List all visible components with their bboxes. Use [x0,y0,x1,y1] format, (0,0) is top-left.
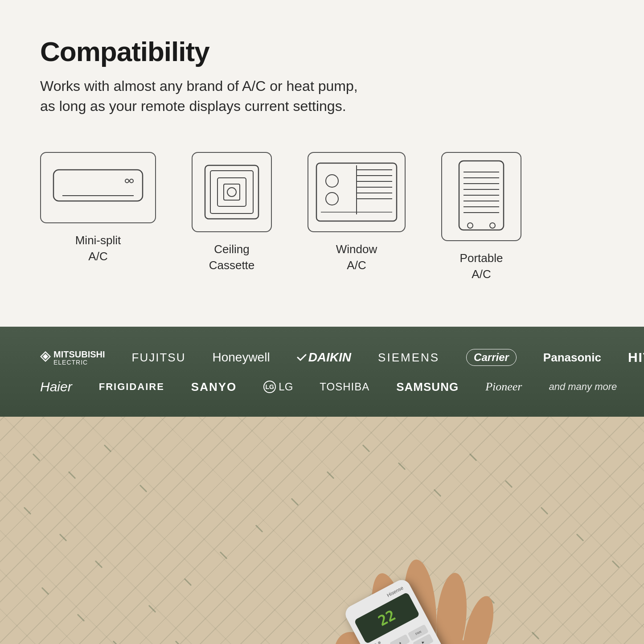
brand-mitsubishi: MITSUBISHI ELECTRIC [40,349,105,366]
svg-rect-0 [53,170,143,201]
page-subtitle: Works with almost any brand of A/C or he… [40,76,441,116]
ceiling-svg [201,161,263,223]
brand-toshiba: TOSHIBA [320,381,369,393]
svg-point-38 [433,572,470,644]
brand-pioneer: Pioneer [485,380,522,394]
daikin-checkmark-icon [297,353,307,362]
brand-and-more: and many more [549,381,617,393]
brand-hitachi: HITACHI [628,350,644,365]
mini-split-icon-box [40,152,156,223]
brand-samsung-name: SAMSUNG [396,380,459,394]
portable-label: PortableA/C [460,250,503,283]
ac-type-ceiling: CeilingCassette [192,152,272,274]
svg-rect-4 [205,165,258,219]
brand-daikin: DAIKIN [297,350,351,365]
brand-siemens-name: SIEMENS [378,351,439,365]
brand-mitsubishi-name: MITSUBISHI [53,349,105,359]
ac-type-portable: PortableA/C [441,152,521,283]
svg-point-17 [326,175,338,187]
brand-sanyo: SANYO [191,380,237,394]
brand-pioneer-name: Pioneer [485,380,522,394]
brand-honeywell-name: Honeywell [212,350,270,365]
brands-section: MITSUBISHI ELECTRIC FUJITSU Honeywell DA… [0,327,644,417]
brands-row-2: Haier FRIGIDAIRE SANYO LG LG TOSHIBA SAM… [40,379,604,394]
portable-svg [450,156,513,237]
photo-section: Hisense 22 MODE ▲ FAN ◀ OK ▶ SLEEP [0,417,644,644]
svg-point-2 [130,179,133,183]
brand-panasonic: Panasonic [543,351,601,365]
brand-siemens: SIEMENS [378,351,439,365]
brand-and-more-text: and many more [549,381,617,393]
ceiling-icon-box [192,152,272,232]
brand-samsung: SAMSUNG [396,380,459,394]
brand-daikin-name: DAIKIN [308,350,351,365]
window-svg [312,159,401,226]
remote-temp-display: 22 [375,607,398,630]
svg-point-29 [468,223,473,228]
ac-type-mini-split: Mini-splitA/C [40,152,156,265]
brand-fujitsu-name: FUJITSU [132,351,186,365]
svg-rect-7 [224,184,240,200]
brands-row-1: MITSUBISHI ELECTRIC FUJITSU Honeywell DA… [40,349,604,366]
brand-panasonic-name: Panasonic [543,351,601,365]
brand-sanyo-name: SANYO [191,380,237,394]
brand-honeywell: Honeywell [212,350,270,365]
brand-haier-name: Haier [40,379,72,394]
hand-remote-illustration: Hisense 22 MODE ▲ FAN ◀ OK ▶ SLEEP [260,443,572,644]
ceiling-label: CeilingCassette [209,241,255,274]
svg-point-3 [125,179,129,183]
ac-type-window: WindowA/C [308,152,406,274]
mitsubishi-logo-icon [40,351,51,364]
brand-toshiba-name: TOSHIBA [320,381,369,393]
brand-carrier-name: Carrier [474,351,509,364]
brand-frigidaire-name: FRIGIDAIRE [99,381,164,393]
svg-point-8 [227,188,236,197]
portable-icon-box [441,152,521,241]
window-icon-box [308,152,406,232]
lg-circle-icon: LG [263,381,276,393]
brand-fujitsu: FUJITSU [132,351,186,365]
brand-daikin-wrapper: DAIKIN [297,350,351,365]
mitsubishi-diamond-icon [40,351,51,362]
svg-point-30 [490,223,495,228]
mini-split-label: Mini-splitA/C [75,232,121,265]
subtitle-line1: Works with almost any brand of A/C or he… [40,78,358,94]
brand-lg-name: LG [279,381,293,393]
brand-hitachi-name: HITACHI [628,350,644,365]
top-section: Compatibility Works with almost any bran… [0,0,644,327]
brand-haier: Haier [40,379,72,394]
mini-split-svg [49,161,147,214]
window-label: WindowA/C [336,241,377,274]
brand-frigidaire: FRIGIDAIRE [99,381,164,393]
subtitle-line2: as long as your remote displays current … [40,98,346,114]
svg-rect-6 [217,178,246,206]
page-title: Compatibility [40,36,604,67]
svg-rect-5 [210,171,253,213]
svg-point-18 [326,193,338,205]
dot-3 [377,641,381,644]
brand-lg: LG LG [263,381,293,393]
brand-carrier: Carrier [466,349,517,366]
brand-mitsubishi-sub: ELECTRIC [53,359,105,366]
ac-types-row: Mini-splitA/C CeilingCassette [40,143,604,300]
